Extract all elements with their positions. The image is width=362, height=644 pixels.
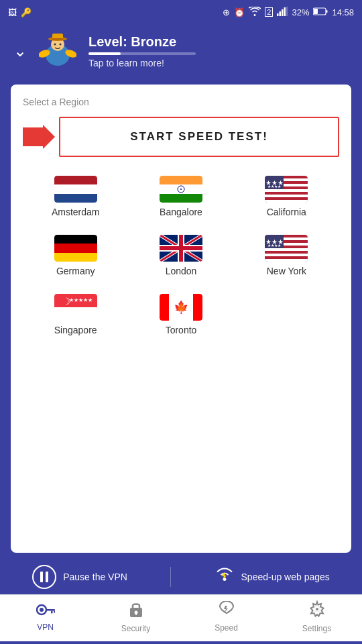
header-info[interactable]: Level: Bronze Tap to learn more! [88, 34, 196, 68]
bottom-bar: Pause the VPN Speed-up web pages [0, 553, 362, 644]
svg-text:★★★★★: ★★★★★ [69, 297, 93, 303]
svg-rect-65 [46, 572, 48, 582]
svg-rect-35 [54, 235, 97, 244]
svg-rect-30 [265, 195, 308, 197]
region-bangalore[interactable]: Bangalore [128, 170, 233, 223]
svg-rect-0 [277, 13, 279, 16]
speed-up-item[interactable]: Speed-up web pages [215, 566, 330, 588]
flag-london [160, 235, 202, 262]
svg-rect-37 [54, 253, 97, 262]
svg-rect-51 [265, 254, 308, 256]
region-grid: Amsterdam Bangalore [23, 170, 339, 341]
time-display: 14:58 [332, 7, 354, 17]
region-name-new-york: New York [267, 266, 306, 276]
region-amsterdam[interactable]: Amsterdam [23, 170, 128, 223]
settings-gear-icon [308, 600, 326, 622]
svg-rect-7 [326, 10, 328, 13]
level-progress-bar [88, 52, 196, 55]
svg-rect-18 [54, 176, 97, 184]
svg-rect-19 [54, 184, 97, 194]
svg-rect-36 [54, 244, 97, 253]
start-speed-test-button[interactable]: START SPEED TEST! [59, 117, 339, 157]
tab-speed[interactable]: Speed [200, 601, 253, 633]
region-name-london: London [166, 266, 197, 276]
tab-vpn[interactable]: VPN [19, 602, 72, 632]
svg-rect-73 [135, 612, 137, 615]
vpn-key-icon [36, 602, 55, 621]
svg-rect-29 [265, 189, 308, 192]
select-region-label: Select a Region [23, 97, 339, 107]
region-name-toronto: Toronto [166, 325, 197, 335]
svg-point-14 [60, 44, 62, 46]
svg-rect-21 [160, 176, 202, 184]
progress-fill [88, 52, 121, 55]
security-lock-icon [129, 600, 143, 622]
svg-rect-20 [54, 194, 97, 203]
divider [170, 567, 171, 587]
speed-icon [217, 601, 236, 621]
status-bar: 🖼 🔑 ⊕ ⏰ 2 32% [0, 0, 362, 24]
svg-rect-62 [193, 294, 202, 321]
region-name-singapore: Singapore [54, 325, 97, 335]
battery-icon [313, 7, 328, 17]
pause-vpn-label: Pause the VPN [63, 572, 127, 582]
sim-icon: 2 [265, 7, 273, 17]
svg-point-77 [316, 608, 318, 610]
svg-point-13 [54, 44, 56, 46]
svg-rect-23 [160, 194, 202, 203]
flag-toronto: 🍁 [160, 294, 202, 321]
arrow-right-icon [23, 125, 55, 149]
region-name-bangalore: Bangalore [160, 207, 202, 217]
speed-test-area: START SPEED TEST! [23, 117, 339, 157]
svg-rect-52 [265, 259, 308, 262]
svg-rect-12 [52, 38, 63, 40]
signal-icon [277, 7, 288, 18]
svg-text:★★★★: ★★★★ [267, 244, 281, 248]
status-right: ⊕ ⏰ 2 32% [223, 7, 354, 18]
tab-speed-label: Speed [215, 623, 238, 633]
svg-rect-70 [54, 611, 55, 613]
svg-rect-2 [282, 9, 284, 16]
wifi-icon [249, 7, 261, 18]
svg-text:★★★★: ★★★★ [267, 184, 281, 189]
key-icon: 🔑 [21, 7, 32, 17]
flag-new-york: ★★★ ★★★★ [265, 235, 308, 262]
region-california[interactable]: ★★★ ★★★★ California [234, 170, 339, 223]
pause-icon[interactable] [32, 565, 56, 589]
flag-amsterdam [54, 176, 97, 203]
svg-rect-31 [265, 200, 308, 203]
speed-up-label: Speed-up web pages [241, 572, 330, 582]
avatar [38, 31, 78, 71]
svg-rect-1 [280, 11, 282, 16]
gallery-icon: 🖼 [8, 7, 17, 17]
tab-settings[interactable]: Settings [290, 600, 344, 633]
status-left: 🖼 🔑 [8, 7, 32, 17]
svg-rect-46 [160, 246, 202, 250]
tab-security-label: Security [121, 624, 150, 633]
alarm-icon: ⏰ [234, 7, 245, 17]
region-london[interactable]: London [128, 229, 233, 282]
tap-to-learn[interactable]: Tap to learn more! [88, 58, 196, 68]
tab-security[interactable]: Security [109, 600, 163, 633]
tab-vpn-label: VPN [37, 623, 54, 632]
region-new-york[interactable]: ★★★ ★★★★ New York [234, 229, 339, 282]
region-name-california: California [267, 207, 306, 217]
svg-rect-68 [46, 609, 55, 611]
svg-rect-69 [51, 611, 53, 614]
svg-rect-3 [284, 7, 286, 16]
region-toronto[interactable]: 🍁 Toronto [128, 288, 233, 341]
bluetooth-icon: ⊕ [223, 7, 230, 17]
battery-percent: 32% [292, 7, 309, 17]
svg-rect-4 [286, 7, 288, 16]
pause-vpn-item[interactable]: Pause the VPN [32, 565, 127, 589]
region-germany[interactable]: Germany [23, 229, 128, 282]
tab-settings-label: Settings [302, 624, 331, 633]
flag-singapore: ☽ ★★★★★ [54, 294, 97, 321]
level-label: Level: Bronze [88, 34, 196, 50]
vpn-info-bar: Pause the VPN Speed-up web pages [0, 559, 362, 594]
region-singapore[interactable]: ☽ ★★★★★ Singapore [23, 288, 128, 341]
svg-rect-6 [314, 9, 318, 14]
svg-rect-57 [54, 307, 97, 321]
svg-text:🍁: 🍁 [174, 300, 189, 315]
chevron-down-icon[interactable]: ⌄ [13, 42, 27, 60]
